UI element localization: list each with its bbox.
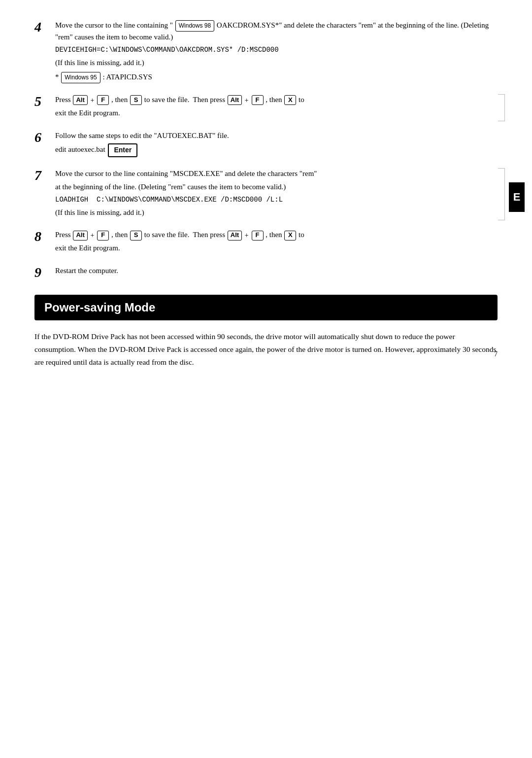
step6-line2: edit autoexec.bat Enter [55, 143, 498, 157]
page-number: 7 [494, 350, 498, 358]
step-9: 9 Restart the computer. [34, 265, 498, 280]
step7-if-missing: (If this line is missing, add it.) [55, 207, 498, 218]
step-content-6: Follow the same steps to edit the "AUTOE… [55, 130, 498, 159]
alt-key-1: Alt [73, 95, 87, 105]
step-number-9: 9 [34, 265, 55, 280]
step5-bracket [498, 94, 505, 121]
windows95-badge: Windows 95 [61, 72, 100, 83]
step-content-5: Press Alt + F , then S to save the file.… [55, 94, 498, 121]
x-key-1: X [284, 95, 296, 105]
step-number-4: 4 [34, 20, 55, 35]
step-content-7: Move the cursor to the line containing "… [55, 168, 498, 220]
plus-sign-4: + [245, 232, 249, 239]
plus-sign-2: + [245, 97, 249, 104]
s-key-2: S [130, 231, 142, 241]
step7-line1: Move the cursor to the line containing "… [55, 168, 498, 179]
s-key-1: S [130, 95, 142, 105]
step7-bracket [498, 168, 505, 220]
enter-key: Enter [108, 143, 137, 157]
power-saving-section: Power-saving Mode If the DVD-ROM Drive P… [34, 295, 498, 368]
step4-asterisk: * Windows 95 : ATAPICD.SYS [55, 71, 498, 83]
step-number-5: 5 [34, 94, 55, 109]
e-tab: E [509, 182, 525, 212]
section-header: Power-saving Mode [34, 295, 498, 320]
step-8: 8 Press Alt + F , then S to save the fil… [34, 229, 498, 256]
f-key-4: F [252, 231, 264, 241]
step9-line1: Restart the computer. [55, 265, 498, 276]
step-5-container: 5 Press Alt + F , then S to save the fil… [34, 94, 498, 121]
step7-code1: LOADHIGH C:\WINDOWS\COMMAND\MSCDEX.EXE /… [55, 195, 498, 206]
alt-key-2: Alt [228, 95, 242, 105]
plus-sign-3: + [91, 232, 95, 239]
windows98-badge: Windows 98 [175, 20, 214, 32]
alt-key-3: Alt [73, 231, 87, 241]
step5-line1: Press Alt + F , then S to save the file.… [55, 94, 498, 105]
step8-line1: Press Alt + F , then S to save the file.… [55, 229, 498, 241]
step-6: 6 Follow the same steps to edit the "AUT… [34, 130, 498, 159]
step-number-8: 8 [34, 229, 55, 244]
f-key-3: F [97, 231, 109, 241]
step-number-6: 6 [34, 130, 55, 145]
step-7: 7 Move the cursor to the line containing… [34, 168, 498, 220]
step5-line2: exit the Edit program. [55, 107, 498, 119]
step4-if-missing: (If this line is missing, add it.) [55, 57, 498, 69]
f-key-1: F [97, 95, 109, 105]
step-5: 5 Press Alt + F , then S to save the fil… [34, 94, 498, 121]
step-7-container: 7 Move the cursor to the line containing… [34, 168, 498, 220]
alt-key-4: Alt [228, 231, 242, 241]
power-saving-text: If the DVD-ROM Drive Pack has not been a… [34, 330, 498, 368]
x-key-2: X [284, 231, 296, 241]
step-4: 4 Move the cursor to the line containing… [34, 20, 498, 85]
step-number-7: 7 [34, 168, 55, 183]
step4-line1: Move the cursor to the line containing "… [55, 20, 498, 43]
step8-line2: exit the Edit program. [55, 242, 498, 254]
plus-sign-1: + [91, 97, 95, 104]
step-content-9: Restart the computer. [55, 265, 498, 278]
step-content-8: Press Alt + F , then S to save the file.… [55, 229, 498, 256]
f-key-2: F [252, 95, 264, 105]
step7-line2: at the beginning of the line. (Deleting … [55, 181, 498, 193]
page-content: E 4 Move the cursor to the line containi… [34, 20, 498, 368]
step6-line1: Follow the same steps to edit the "AUTOE… [55, 130, 498, 141]
step4-code1: DEVICEHIGH=C:\WINDOWS\COMMAND\OAKCDROM.S… [55, 45, 498, 56]
step-content-4: Move the cursor to the line containing "… [55, 20, 498, 85]
